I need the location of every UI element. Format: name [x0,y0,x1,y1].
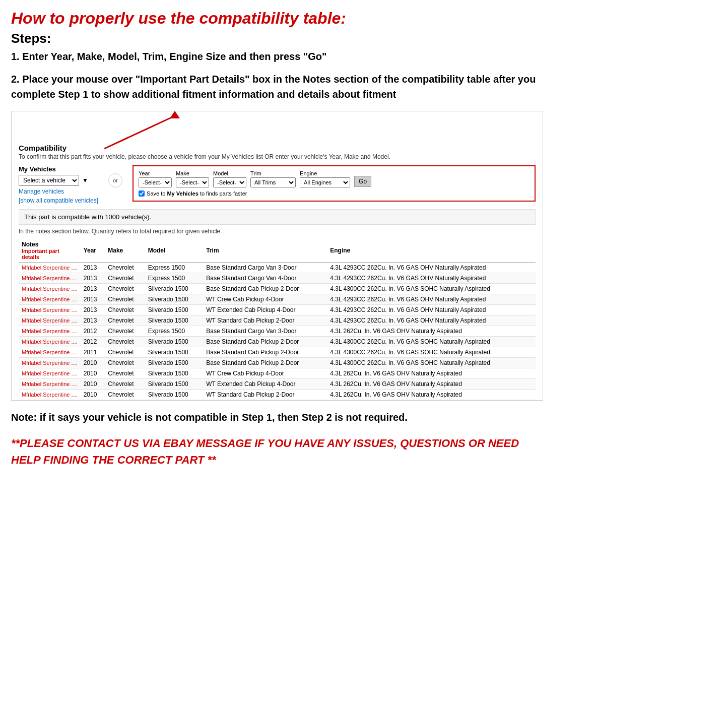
cell-engine: 4.3L 4293CC 262Cu. In. V6 GAS OHV Natura… [327,315,536,326]
make-select[interactable]: -Select- [176,177,209,187]
step2-text: 2. Place your mouse over "Important Part… [11,72,543,102]
model-select[interactable]: -Select- [213,177,246,187]
year-select[interactable]: -Select- [139,177,172,187]
my-vehicles-select-row: Select a vehicle ▼ [19,175,98,186]
mfr-label: Mfrlabel:Serpentine .... [22,370,78,376]
cell-trim: Base Standard Cargo Van 3-Door [203,263,327,273]
cell-trim: Base Standard Cab Pickup 2-Door [203,347,327,358]
cell-year: 2010 [81,358,105,368]
cell-year: 2010 [81,379,105,390]
cell-trim: WT Crew Cab Pickup 4-Door [203,294,327,305]
cell-engine: 4.3L 262Cu. In. V6 GAS OHV Naturally Asp… [327,379,536,390]
cell-model: Silverado 1500 [145,294,204,305]
mfr-label: Mfrlabel:Serpentine .... [22,392,78,398]
arrow-svg [99,108,190,154]
engine-label: Engine [300,170,350,176]
cell-notes: Mfrlabel:Serpentine .... [19,294,81,305]
cell-notes: Mfrlabel:Serpentine .... [19,379,81,390]
cell-make: Chevrolet [105,315,145,326]
cell-trim: WT Standard Cab Pickup 2-Door [203,315,327,326]
cell-trim: WT Crew Cab Pickup 4-Door [203,368,327,379]
year-label: Year [139,170,172,176]
table-header-row: Notes Important part details Year Make M… [19,239,536,263]
cell-model: Silverado 1500 [145,358,204,368]
cell-year: 2013 [81,315,105,326]
cell-make: Chevrolet [105,337,145,347]
engine-select[interactable]: All Engines [300,177,350,187]
mfr-label: Mfrlabel:Serpentine .... [22,339,78,345]
main-title: How to properly use the compatibility ta… [11,9,543,28]
cell-notes: Mfrlabel:Serpentine .... [19,347,81,358]
cell-model: Express 1500 [145,273,204,284]
cell-year: 2013 [81,284,105,294]
steps-heading: Steps: [11,31,543,46]
table-row: Mfrlabel:Serpentine ....2010ChevroletSil… [19,390,536,400]
cell-notes: Mfrlabel:Serpentine .... [19,305,81,315]
table-row: Mfrlabel:Serpentine....2013ChevroletExpr… [19,273,536,284]
show-all-link[interactable]: [show all compatible vehicles] [19,197,98,204]
svg-line-0 [104,116,175,149]
cell-model: Silverado 1500 [145,315,204,326]
save-text: Save to My Vehicles to finds parts faste… [147,190,247,197]
cell-engine: 4.3L 262Cu. In. V6 GAS OHV Naturally Asp… [327,390,536,400]
contact-section: **PLEASE CONTACT US VIA EBAY MESSAGE IF … [11,435,543,468]
cell-notes: Mfrlabel:Serpentine .... [19,263,81,273]
cell-model: Silverado 1500 [145,305,204,315]
model-field-group: Model -Select- [213,170,246,187]
or-separator: or [108,173,122,187]
arrow-decoration [19,118,536,149]
cell-engine: 4.3L 4300CC 262Cu. In. V6 GAS SOHC Natur… [327,337,536,347]
col-engine: Engine [327,239,536,263]
cell-notes: Mfrlabel:Serpentine .... [19,284,81,294]
cell-notes: Mfrlabel:Serpentine .... [19,368,81,379]
col-trim: Trim [203,239,327,263]
my-vehicles-section: My Vehicles Select a vehicle ▼ Manage ve… [19,165,98,204]
mfr-label: Mfrlabel:Serpentine .... [22,307,78,313]
cell-trim: WT Standard Cab Pickup 2-Door [203,390,327,400]
bottom-note: Note: if it says your vehicle is not com… [11,410,543,425]
year-field-group: Year -Select- [139,170,172,187]
vehicle-select[interactable]: Select a vehicle [19,175,79,186]
cell-make: Chevrolet [105,294,145,305]
cell-trim: WT Extended Cab Pickup 4-Door [203,305,327,315]
col-notes: Notes Important part details [19,239,81,263]
cell-model: Express 1500 [145,326,204,337]
cell-make: Chevrolet [105,368,145,379]
save-checkbox[interactable] [139,190,145,197]
mfr-label: Mfrlabel:Serpentine .... [22,360,78,366]
cell-trim: Base Standard Cargo Van 3-Door [203,326,327,337]
cell-notes: Mfrlabel:Serpentine .... [19,390,81,400]
vehicles-row: My Vehicles Select a vehicle ▼ Manage ve… [19,165,536,204]
cell-engine: 4.3L 4293CC 262Cu. In. V6 GAS OHV Natura… [327,273,536,284]
table-row: Mfrlabel:Serpentine ....2013ChevroletSil… [19,305,536,315]
cell-model: Silverado 1500 [145,390,204,400]
go-button[interactable]: Go [354,176,371,187]
trim-field-group: Trim All Trims [250,170,296,187]
table-row: Mfrlabel:Serpentine ....2013ChevroletExp… [19,263,536,273]
compatibility-box: Compatibility To confirm that this part … [11,111,543,401]
table-row: Mfrlabel:Serpentine ....2010ChevroletSil… [19,358,536,368]
mfr-label: Mfrlabel:Serpentine .... [22,265,78,271]
cell-make: Chevrolet [105,305,145,315]
cell-year: 2010 [81,390,105,400]
engine-field-group: Engine All Engines [300,170,350,187]
cell-engine: 4.3L 4300CC 262Cu. In. V6 GAS SOHC Natur… [327,347,536,358]
cell-year: 2013 [81,305,105,315]
manage-vehicles-link[interactable]: Manage vehicles [19,188,98,195]
mfr-label: Mfrlabel:Serpentine .... [22,381,78,387]
cell-make: Chevrolet [105,358,145,368]
cell-year: 2013 [81,273,105,284]
cell-engine: 4.3L 262Cu. In. V6 GAS OHV Naturally Asp… [327,368,536,379]
table-row: Mfrlabel:Serpentine ....2013ChevroletSil… [19,294,536,305]
cell-model: Express 1500 [145,263,204,273]
mfr-label: Mfrlabel:Serpentine .... [22,296,78,302]
cell-year: 2012 [81,337,105,347]
svg-marker-1 [170,111,180,118]
step1-text: 1. Enter Year, Make, Model, Trim, Engine… [11,49,543,63]
important-part-details-label: Important part details [22,248,78,260]
trim-select[interactable]: All Trims [250,177,296,187]
cell-trim: Base Standard Cab Pickup 2-Door [203,337,327,347]
table-row: Mfrlabel:Serpentine ....2010ChevroletSil… [19,379,536,390]
make-field-group: Make -Select- [176,170,209,187]
ymm-form-box: Year -Select- Make -Select- Model -Selec… [133,165,536,202]
